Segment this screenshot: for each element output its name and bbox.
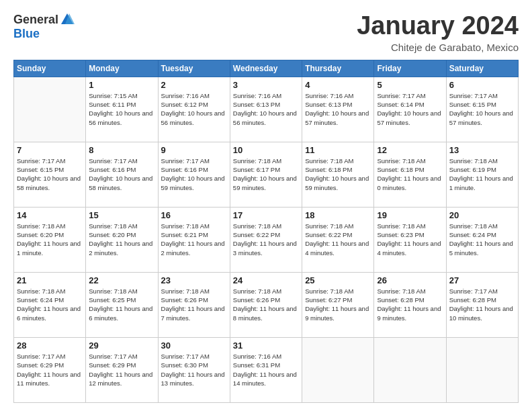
day-number: 14 bbox=[17, 210, 83, 220]
day-number: 8 bbox=[89, 145, 154, 155]
day-info: Sunrise: 7:18 AMSunset: 6:21 PMDaylight:… bbox=[161, 222, 227, 257]
day-number: 22 bbox=[89, 275, 154, 285]
calendar-cell bbox=[302, 337, 374, 402]
logo-general-text: General bbox=[13, 13, 58, 27]
day-number: 25 bbox=[305, 275, 371, 285]
day-number: 20 bbox=[449, 210, 515, 220]
day-info: Sunrise: 7:16 AMSunset: 6:12 PMDaylight:… bbox=[161, 91, 227, 127]
day-info: Sunrise: 7:18 AMSunset: 6:24 PMDaylight:… bbox=[17, 287, 83, 322]
day-info: Sunrise: 7:18 AMSunset: 6:20 PMDaylight:… bbox=[17, 222, 83, 257]
calendar-header-row: Sunday Monday Tuesday Wednesday Thursday… bbox=[14, 60, 519, 77]
page: General Blue January 2024 Chiteje de Gar… bbox=[0, 0, 532, 411]
calendar-cell: 22Sunrise: 7:18 AMSunset: 6:25 PMDayligh… bbox=[86, 272, 158, 337]
day-info: Sunrise: 7:18 AMSunset: 6:20 PMDaylight:… bbox=[89, 222, 154, 257]
calendar-week-row: 28Sunrise: 7:17 AMSunset: 6:29 PMDayligh… bbox=[14, 337, 519, 402]
calendar-cell: 29Sunrise: 7:17 AMSunset: 6:29 PMDayligh… bbox=[86, 337, 158, 402]
calendar-cell: 27Sunrise: 7:17 AMSunset: 6:28 PMDayligh… bbox=[446, 272, 518, 337]
calendar-cell bbox=[14, 77, 86, 142]
day-info: Sunrise: 7:18 AMSunset: 6:28 PMDaylight:… bbox=[377, 287, 443, 322]
day-info: Sunrise: 7:18 AMSunset: 6:24 PMDaylight:… bbox=[449, 222, 515, 257]
month-title: January 2024 bbox=[357, 12, 519, 40]
calendar-cell: 25Sunrise: 7:18 AMSunset: 6:27 PMDayligh… bbox=[302, 272, 374, 337]
calendar-cell: 30Sunrise: 7:17 AMSunset: 6:30 PMDayligh… bbox=[158, 337, 230, 402]
calendar-cell: 4Sunrise: 7:16 AMSunset: 6:13 PMDaylight… bbox=[302, 77, 374, 142]
calendar-cell: 31Sunrise: 7:16 AMSunset: 6:31 PMDayligh… bbox=[230, 337, 302, 402]
day-number: 4 bbox=[305, 80, 371, 90]
day-info: Sunrise: 7:18 AMSunset: 6:26 PMDaylight:… bbox=[161, 287, 227, 322]
calendar-cell: 19Sunrise: 7:18 AMSunset: 6:23 PMDayligh… bbox=[374, 207, 446, 272]
calendar-cell: 18Sunrise: 7:18 AMSunset: 6:22 PMDayligh… bbox=[302, 207, 374, 272]
day-number: 9 bbox=[161, 145, 227, 155]
day-number: 15 bbox=[89, 210, 154, 220]
calendar-week-row: 1Sunrise: 7:15 AMSunset: 6:11 PMDaylight… bbox=[14, 77, 519, 142]
logo-icon bbox=[60, 12, 75, 27]
calendar-cell: 17Sunrise: 7:18 AMSunset: 6:22 PMDayligh… bbox=[230, 207, 302, 272]
day-number: 29 bbox=[89, 340, 154, 351]
day-number: 30 bbox=[161, 340, 227, 351]
day-number: 31 bbox=[233, 340, 299, 351]
header-wednesday: Wednesday bbox=[230, 60, 302, 77]
day-number: 18 bbox=[305, 210, 371, 220]
calendar-cell: 28Sunrise: 7:17 AMSunset: 6:29 PMDayligh… bbox=[14, 337, 86, 402]
day-number: 13 bbox=[449, 145, 515, 155]
day-number: 19 bbox=[377, 210, 443, 220]
calendar-cell: 13Sunrise: 7:18 AMSunset: 6:19 PMDayligh… bbox=[446, 142, 518, 207]
calendar-cell: 16Sunrise: 7:18 AMSunset: 6:21 PMDayligh… bbox=[158, 207, 230, 272]
calendar-week-row: 21Sunrise: 7:18 AMSunset: 6:24 PMDayligh… bbox=[14, 272, 519, 337]
day-info: Sunrise: 7:18 AMSunset: 6:22 PMDaylight:… bbox=[233, 222, 299, 257]
day-info: Sunrise: 7:17 AMSunset: 6:28 PMDaylight:… bbox=[449, 287, 515, 322]
location-subtitle: Chiteje de Garabato, Mexico bbox=[357, 42, 519, 53]
calendar-cell: 12Sunrise: 7:18 AMSunset: 6:18 PMDayligh… bbox=[374, 142, 446, 207]
day-info: Sunrise: 7:18 AMSunset: 6:26 PMDaylight:… bbox=[233, 287, 299, 322]
day-info: Sunrise: 7:18 AMSunset: 6:25 PMDaylight:… bbox=[89, 287, 154, 322]
calendar-cell: 6Sunrise: 7:17 AMSunset: 6:15 PMDaylight… bbox=[446, 77, 518, 142]
day-number: 28 bbox=[17, 340, 83, 351]
day-number: 24 bbox=[233, 275, 299, 285]
header-monday: Monday bbox=[86, 60, 158, 77]
day-info: Sunrise: 7:17 AMSunset: 6:16 PMDaylight:… bbox=[161, 156, 227, 192]
header: General Blue January 2024 Chiteje de Gar… bbox=[13, 12, 519, 53]
day-number: 2 bbox=[161, 80, 227, 90]
logo-blue-text: Blue bbox=[13, 27, 40, 41]
calendar-cell: 2Sunrise: 7:16 AMSunset: 6:12 PMDaylight… bbox=[158, 77, 230, 142]
day-info: Sunrise: 7:18 AMSunset: 6:27 PMDaylight:… bbox=[305, 287, 371, 322]
day-info: Sunrise: 7:18 AMSunset: 6:19 PMDaylight:… bbox=[449, 156, 515, 192]
calendar-cell: 8Sunrise: 7:17 AMSunset: 6:16 PMDaylight… bbox=[86, 142, 158, 207]
calendar-cell: 26Sunrise: 7:18 AMSunset: 6:28 PMDayligh… bbox=[374, 272, 446, 337]
day-number: 3 bbox=[233, 80, 299, 90]
day-info: Sunrise: 7:17 AMSunset: 6:15 PMDaylight:… bbox=[449, 91, 515, 127]
day-info: Sunrise: 7:17 AMSunset: 6:29 PMDaylight:… bbox=[17, 352, 83, 387]
day-info: Sunrise: 7:18 AMSunset: 6:23 PMDaylight:… bbox=[377, 222, 443, 257]
calendar-week-row: 7Sunrise: 7:17 AMSunset: 6:15 PMDaylight… bbox=[14, 142, 519, 207]
day-number: 21 bbox=[17, 275, 83, 285]
calendar-cell: 9Sunrise: 7:17 AMSunset: 6:16 PMDaylight… bbox=[158, 142, 230, 207]
day-info: Sunrise: 7:18 AMSunset: 6:18 PMDaylight:… bbox=[305, 156, 371, 192]
day-number: 10 bbox=[233, 145, 299, 155]
day-info: Sunrise: 7:17 AMSunset: 6:15 PMDaylight:… bbox=[17, 156, 83, 192]
calendar-cell: 3Sunrise: 7:16 AMSunset: 6:13 PMDaylight… bbox=[230, 77, 302, 142]
header-tuesday: Tuesday bbox=[158, 60, 230, 77]
calendar-cell: 1Sunrise: 7:15 AMSunset: 6:11 PMDaylight… bbox=[86, 77, 158, 142]
day-number: 1 bbox=[89, 80, 154, 90]
day-info: Sunrise: 7:16 AMSunset: 6:13 PMDaylight:… bbox=[233, 91, 299, 127]
day-number: 27 bbox=[449, 275, 515, 285]
calendar-cell: 21Sunrise: 7:18 AMSunset: 6:24 PMDayligh… bbox=[14, 272, 86, 337]
day-number: 5 bbox=[377, 80, 443, 90]
day-number: 17 bbox=[233, 210, 299, 220]
day-number: 23 bbox=[161, 275, 227, 285]
day-number: 26 bbox=[377, 275, 443, 285]
logo: General Blue bbox=[13, 12, 75, 41]
day-info: Sunrise: 7:16 AMSunset: 6:31 PMDaylight:… bbox=[233, 352, 299, 387]
calendar-cell bbox=[374, 337, 446, 402]
calendar-week-row: 14Sunrise: 7:18 AMSunset: 6:20 PMDayligh… bbox=[14, 207, 519, 272]
day-number: 7 bbox=[17, 145, 83, 155]
header-saturday: Saturday bbox=[446, 60, 518, 77]
header-sunday: Sunday bbox=[14, 60, 86, 77]
day-info: Sunrise: 7:17 AMSunset: 6:30 PMDaylight:… bbox=[161, 352, 227, 387]
day-info: Sunrise: 7:15 AMSunset: 6:11 PMDaylight:… bbox=[89, 91, 154, 127]
day-number: 16 bbox=[161, 210, 227, 220]
day-number: 6 bbox=[449, 80, 515, 90]
day-info: Sunrise: 7:17 AMSunset: 6:14 PMDaylight:… bbox=[377, 91, 443, 127]
day-info: Sunrise: 7:16 AMSunset: 6:13 PMDaylight:… bbox=[305, 91, 371, 127]
calendar-table: Sunday Monday Tuesday Wednesday Thursday… bbox=[13, 60, 519, 403]
